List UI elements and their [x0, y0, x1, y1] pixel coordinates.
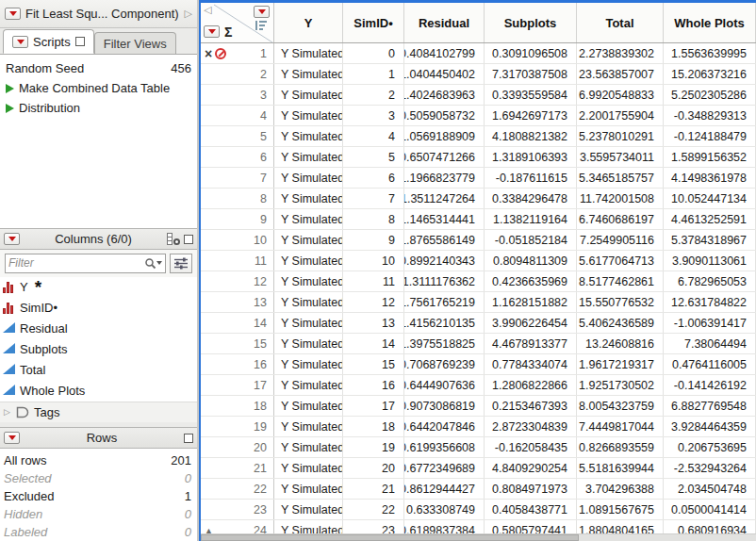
search-icon[interactable]: [144, 257, 156, 270]
cell-residual[interactable]: 1.7561765219: [404, 292, 485, 312]
cell-simid[interactable]: 19: [343, 437, 404, 457]
search-options-caret-icon[interactable]: [156, 261, 162, 265]
row-state-cell[interactable]: 17: [201, 375, 274, 395]
cell-whole-plots[interactable]: 3.9284464359: [664, 417, 756, 436]
cell-subplots[interactable]: -0.162058435: [485, 437, 577, 457]
cell-total[interactable]: 8.0054323759: [577, 396, 664, 416]
cell-simid[interactable]: 22: [343, 500, 404, 519]
cell-y[interactable]: Y Simulated: [274, 271, 343, 291]
table-row[interactable]: 5Y Simulated41.05691889094.18088213825.2…: [201, 126, 756, 147]
cell-residual[interactable]: 0.5059058732: [404, 106, 485, 125]
table-row[interactable]: 15Y Simulated141.39755188254.46789133771…: [201, 334, 756, 354]
rows-stat-row[interactable]: Selected0: [4, 469, 191, 487]
row-state-cell[interactable]: 12: [201, 271, 274, 291]
cell-subplots[interactable]: 1.6942697173: [485, 106, 577, 125]
cell-residual[interactable]: 0.6442047846: [404, 417, 485, 436]
row-state-cell[interactable]: 16: [201, 354, 274, 374]
cell-residual[interactable]: 1.4156210135: [404, 313, 485, 333]
columns-menu-icon[interactable]: [254, 6, 270, 18]
row-state-cell[interactable]: 11: [201, 251, 274, 270]
filter-settings-button[interactable]: [170, 254, 192, 273]
table-row[interactable]: ×1Y Simulated00.40841027990.30910965082.…: [201, 43, 756, 64]
table-row[interactable]: 7Y Simulated61.1966823779-0.1876116155.3…: [201, 168, 756, 189]
cell-residual[interactable]: 0.6199356608: [404, 437, 485, 457]
cell-residual[interactable]: 1.4024683963: [404, 85, 485, 105]
cell-total[interactable]: 7.2549905116: [577, 230, 664, 250]
column-list-item[interactable]: Y*: [0, 277, 197, 298]
run-script-icon[interactable]: [6, 104, 14, 113]
table-row[interactable]: 20Y Simulated190.6199356608-0.1620584350…: [201, 437, 756, 458]
table-row[interactable]: 19Y Simulated180.64420478462.87233048397…: [201, 417, 756, 437]
cell-simid[interactable]: 6: [343, 168, 404, 188]
cell-residual[interactable]: 0.8612944427: [404, 479, 485, 499]
cell-whole-plots[interactable]: -1.006391417: [664, 313, 756, 333]
cell-subplots[interactable]: 0.8094811309: [485, 251, 577, 270]
table-row[interactable]: 14Y Simulated131.41562101353.99062264545…: [201, 313, 756, 334]
rows-stat-row[interactable]: Excluded1: [4, 487, 191, 505]
columns-filter-field[interactable]: [5, 254, 166, 273]
cell-total[interactable]: 15.550776532: [577, 292, 664, 312]
cell-total[interactable]: 8.5177462861: [577, 271, 664, 291]
cell-subplots[interactable]: 0.3393559584: [485, 85, 577, 105]
cell-subplots[interactable]: 0.7784334074: [485, 354, 577, 374]
cell-total[interactable]: 3.704296388: [577, 479, 664, 499]
cell-total[interactable]: 23.563857007: [577, 64, 664, 84]
cell-whole-plots[interactable]: 2.034504748: [664, 479, 756, 499]
cell-total[interactable]: 13.24608816: [577, 334, 664, 353]
tab-scripts[interactable]: Scripts: [3, 29, 94, 54]
table-row[interactable]: 17Y Simulated160.64449076361.28068228661…: [201, 375, 756, 396]
column-manager-icon[interactable]: [167, 233, 180, 245]
cell-simid[interactable]: 9: [343, 230, 404, 250]
cell-whole-plots[interactable]: -0.348829313: [664, 106, 756, 125]
tags-group-row[interactable]: ▷ Tags: [0, 402, 197, 423]
table-row[interactable]: 13Y Simulated121.75617652191.16281518821…: [201, 292, 756, 313]
row-state-cell[interactable]: 8: [201, 189, 274, 208]
row-state-cell[interactable]: 3: [201, 85, 274, 105]
cell-whole-plots[interactable]: 4.4613252591: [664, 209, 756, 229]
table-row[interactable]: 18Y Simulated170.90730868190.21534673938…: [201, 396, 756, 417]
columns-filter-input[interactable]: [8, 256, 144, 270]
column-list-item[interactable]: Residual: [0, 319, 197, 339]
row-state-cell[interactable]: 19: [201, 417, 274, 436]
cell-y[interactable]: Y Simulated: [274, 354, 343, 374]
cell-subplots[interactable]: 0.4058438771: [485, 500, 577, 519]
sort-order-icon[interactable]: [255, 21, 267, 30]
cell-subplots[interactable]: 2.8723304839: [485, 417, 577, 436]
cell-y[interactable]: Y Simulated: [274, 126, 343, 146]
cell-residual[interactable]: 1.8765586149: [404, 230, 485, 250]
excluded-row-icon[interactable]: [215, 48, 226, 59]
cell-subplots[interactable]: 7.3170387508: [485, 64, 577, 84]
cell-y[interactable]: Y Simulated: [274, 43, 343, 63]
cell-simid[interactable]: 12: [343, 292, 404, 312]
cell-total[interactable]: 5.5181639944: [577, 458, 664, 478]
table-row[interactable]: 11Y Simulated100.89921403430.80948113095…: [201, 251, 756, 271]
cell-y[interactable]: Y Simulated: [274, 106, 343, 125]
cell-total[interactable]: 6.7460686197: [577, 209, 664, 229]
panel-dock-icon[interactable]: [184, 235, 193, 244]
panel-dock-icon[interactable]: [75, 37, 85, 46]
script-item[interactable]: Random Seed456: [4, 58, 193, 78]
table-row[interactable]: 23Y Simulated220.6333087490.40584387711.…: [201, 500, 756, 520]
cell-subplots[interactable]: 1.2806822866: [485, 375, 577, 395]
cell-y[interactable]: Y Simulated: [274, 147, 343, 167]
cell-whole-plots[interactable]: 5.3784318967: [664, 230, 756, 250]
cell-total[interactable]: 6.9920548833: [577, 85, 664, 105]
cell-y[interactable]: Y Simulated: [274, 396, 343, 416]
cell-whole-plots[interactable]: 5.2502305286: [664, 85, 756, 105]
rows-menu-icon[interactable]: [204, 25, 220, 38]
cell-residual[interactable]: 0.6444907636: [404, 375, 485, 395]
cell-subplots[interactable]: -0.187611615: [485, 168, 577, 188]
cell-simid[interactable]: 3: [343, 106, 404, 125]
cell-whole-plots[interactable]: 15.206373216: [664, 64, 756, 84]
cell-simid[interactable]: 18: [343, 417, 404, 436]
cell-subplots[interactable]: 0.8084971973: [485, 479, 577, 499]
cell-residual[interactable]: 0.9073086819: [404, 396, 485, 416]
script-item[interactable]: Make Combined Data Table: [4, 78, 193, 98]
disclosure-right-icon[interactable]: ▷: [185, 8, 192, 20]
cell-residual[interactable]: 1.0569188909: [404, 126, 485, 146]
cell-residual[interactable]: 1.1465314441: [404, 209, 485, 229]
row-state-cell[interactable]: 18: [201, 396, 274, 416]
column-header[interactable]: Subplots: [485, 3, 577, 42]
cell-residual[interactable]: 0.7068769239: [404, 354, 485, 374]
cell-simid[interactable]: 4: [343, 126, 404, 146]
